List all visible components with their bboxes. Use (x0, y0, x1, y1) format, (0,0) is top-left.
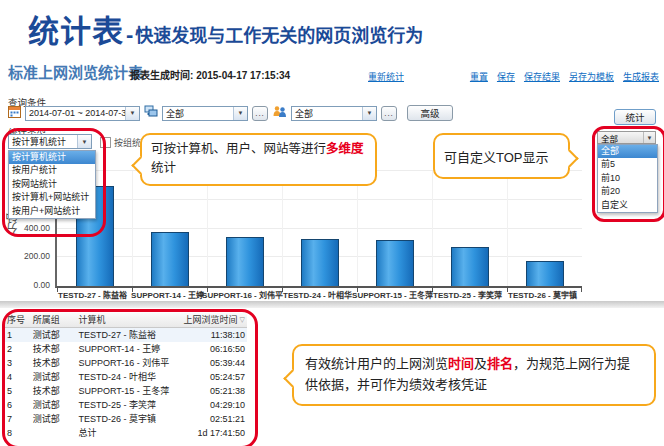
report-link[interactable]: 生成报表 (623, 70, 659, 83)
table-cell: 3 (5, 356, 33, 370)
chevron-down-icon: ▼ (643, 132, 655, 143)
chevron-down-icon: ▼ (77, 135, 91, 148)
gridline (57, 199, 582, 200)
header-browse-time[interactable]: 上网浏览时间 ▽ (176, 313, 247, 327)
report-link[interactable]: 另存为模板 (569, 70, 614, 83)
report-link[interactable]: 保存 (497, 70, 515, 83)
table-cell: 测试部 (33, 328, 79, 342)
report-action-links: 重置保存保存结果另存为模板生成报表 (470, 70, 659, 83)
table-row[interactable]: 5技术部SUPPORT-15 - 王冬萍05:21:38 (5, 384, 247, 398)
gridline (207, 171, 208, 286)
callout-ranking: 有效统计用户的上网浏览时间及排名，为规范上网行为提供依据，并可作为绩效考核凭证 (292, 344, 656, 406)
computer-scope-icon (144, 104, 158, 122)
report-generated-time: 报表生成时间: 2015-04-17 17:15:34 (130, 67, 290, 82)
advanced-button[interactable]: 高级 (407, 105, 453, 121)
header-group[interactable]: 所属组 (33, 313, 79, 327)
table-cell: 总计 (78, 426, 175, 440)
table-row[interactable]: 8总计1d 17:41:50 (5, 426, 247, 440)
table-cell: 4 (5, 370, 33, 384)
table-cell: 04:29:10 (176, 398, 247, 412)
user-scope-more-button[interactable]: ... (381, 106, 397, 121)
generated-time-label: 报表生成时间: (130, 70, 193, 81)
sort-descending-icon: ▽ (240, 313, 245, 327)
user-scope-select[interactable]: 全部 ▼ (291, 106, 377, 121)
x-category-label: SUPPORT-16 - 刘伟平 (202, 289, 283, 300)
bar (301, 239, 339, 286)
stat-type-option[interactable]: 按计算机统计 (9, 151, 95, 164)
table-row[interactable]: 6测试部TESTD-25 - 李笑萍04:29:10 (5, 398, 247, 412)
chevron-down-icon: ▼ (362, 107, 376, 120)
table-row[interactable]: 4测试部TESTD-24 - 叶相华05:24:57 (5, 370, 247, 384)
section-divider (0, 301, 664, 308)
table-row[interactable]: 7测试部TESTD-26 - 莫宇镇02:51:21 (5, 412, 247, 426)
table-cell: 测试部 (33, 412, 79, 426)
table-cell: 05:21:38 (176, 384, 247, 398)
top-filter-option[interactable]: 自定义 (598, 199, 657, 212)
page-title-main: 统计表 (28, 6, 124, 51)
generated-time-value: 2015-04-17 17:15:34 (196, 70, 290, 81)
page-title: 统计表 - 快速发现与工作无关的网页浏览行为 (28, 6, 423, 51)
y-tick-label: 0.00 (10, 280, 50, 290)
bar (376, 240, 414, 286)
y-tick-label: 200.00 (10, 251, 50, 261)
stat-type-option[interactable]: 按网站统计 (9, 178, 95, 191)
computer-scope-select[interactable]: 全部 ▼ (162, 106, 248, 121)
report-link[interactable]: 保存结果 (524, 70, 560, 83)
computer-scope-more-button[interactable]: ... (252, 106, 268, 121)
group-stat-checkbox[interactable] (100, 137, 111, 148)
table-cell: 技术部 (33, 356, 79, 370)
table-cell: 技术部 (33, 384, 79, 398)
callout-highlight: 多维度 (326, 142, 364, 156)
stat-type-dropdown-list: 按计算机统计按用户统计按网站统计按计算机+网站统计按用户+网站统计 (8, 150, 96, 219)
top-filter-option[interactable]: 全部 (598, 145, 657, 158)
callout-text: 有效统计用户的上网浏览 (305, 356, 448, 371)
gridline (357, 171, 358, 286)
stat-type-option[interactable]: 按计算机+网站统计 (9, 191, 95, 204)
table-row[interactable]: 3技术部SUPPORT-16 - 刘伟平05:39:44 (5, 356, 247, 370)
table-cell: 05:24:57 (176, 370, 247, 384)
gridline (57, 228, 582, 229)
table-row[interactable]: 1测试部TESTD-27 - 陈益裕11:38:10 (5, 328, 247, 342)
table-cell: TESTD-25 - 李笑萍 (78, 398, 175, 412)
stat-type-option[interactable]: 按用户统计 (9, 164, 95, 177)
callout-highlight: 排名 (487, 356, 513, 371)
table-cell: 7 (5, 412, 33, 426)
chart-plot-area (55, 170, 582, 288)
table-cell: TESTD-24 - 叶相华 (78, 370, 175, 384)
recalculate-link[interactable]: 重新统计 (368, 70, 404, 83)
x-category-label: TESTD-25 - 李笑萍 (433, 289, 502, 300)
result-table: 序号 所属组 计算机 上网浏览时间 ▽ 1测试部TESTD-27 - 陈益裕11… (5, 313, 247, 440)
table-cell: 5 (5, 384, 33, 398)
table-cell: SUPPORT-16 - 刘伟平 (78, 356, 175, 370)
table-cell: 02:51:21 (176, 412, 247, 426)
table-cell: 技术部 (33, 342, 79, 356)
table-cell: 6 (5, 398, 33, 412)
chevron-down-icon: ▼ (125, 107, 139, 120)
date-range-select[interactable]: 2014-07-01 ~ 2014-07-31 ▼ (25, 106, 140, 121)
top-filter-dropdown-list: 全部前5前10前20自定义 (597, 144, 658, 213)
table-body: 1测试部TESTD-27 - 陈益裕11:38:102技术部SUPPORT-14… (5, 328, 247, 440)
top-filter-option[interactable]: 前10 (598, 172, 657, 185)
query-conditions-row: 2014-07-01 ~ 2014-07-31 ▼ 全部 ▼ ... 全部 ▼ … (8, 104, 453, 122)
statistics-button[interactable]: 统计 (614, 109, 656, 125)
computer-scope-value: 全部 (166, 107, 233, 120)
stat-type-select[interactable]: 按计算机统计 ▼ (8, 134, 92, 149)
top-filter-select[interactable]: 全部 ▼ (597, 131, 656, 144)
top-filter-selected-value: 全部 (601, 132, 618, 144)
top-filter-option[interactable]: 前20 (598, 185, 657, 198)
header-computer[interactable]: 计算机 (78, 313, 175, 327)
x-category-label: TESTD-27 - 陈益裕 (58, 289, 127, 300)
top-filter-option[interactable]: 前5 (598, 158, 657, 171)
callout-text: 及 (474, 356, 487, 371)
gridline (282, 171, 283, 286)
callout-text: 可按计算机、用户、网站等进行 (151, 142, 326, 156)
header-index[interactable]: 序号 (5, 313, 33, 327)
stat-type-option[interactable]: 按用户+网站统计 (9, 205, 95, 218)
bar (451, 247, 489, 286)
table-row[interactable]: 2技术部SUPPORT-14 - 王婷06:16:50 (5, 342, 247, 356)
table-cell: 2 (5, 342, 33, 356)
x-category-label: TESTD-26 - 莫宇镇 (508, 289, 577, 300)
table-cell (33, 426, 79, 440)
bar (226, 237, 264, 286)
report-link[interactable]: 重置 (470, 70, 488, 83)
